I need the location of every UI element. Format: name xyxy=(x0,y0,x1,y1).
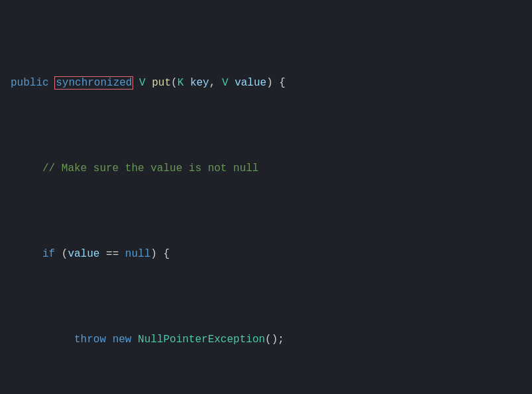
var-value: value xyxy=(68,248,99,260)
line-1: public synchronized V put(K key, V value… xyxy=(11,74,521,92)
op-eq: == xyxy=(99,248,125,260)
keyword-synchronized: synchronized xyxy=(55,77,133,89)
method-put: put xyxy=(152,77,171,89)
comment-1: // Make sure the value is not null xyxy=(42,163,258,174)
brace: ) { xyxy=(150,248,170,260)
type-K: K xyxy=(178,77,184,89)
param-key: key xyxy=(190,77,209,89)
line-4: throw new NullPointerException(); xyxy=(11,331,521,348)
space xyxy=(131,334,138,346)
param-value: value xyxy=(235,77,266,89)
type-npe: NullPointerException xyxy=(138,334,265,346)
type-V2: V xyxy=(222,77,229,89)
line-2: // Make sure the value is not null xyxy=(11,160,521,177)
paren-open: ( xyxy=(171,77,178,89)
keyword-new: new xyxy=(113,334,132,346)
line-3: if (value == null) { xyxy=(11,245,521,263)
paren-close: ) { xyxy=(266,77,286,89)
code-block: public synchronized V put(K key, V value… xyxy=(0,0,532,394)
keyword-throw: throw xyxy=(74,334,106,346)
space xyxy=(106,334,113,346)
space: ( xyxy=(55,248,68,260)
keyword-public: public xyxy=(11,77,49,89)
parens: (); xyxy=(265,334,284,346)
keyword-null: null xyxy=(125,248,150,260)
comma1: , xyxy=(209,77,222,89)
type-V: V xyxy=(139,77,146,89)
keyword-if: if xyxy=(42,248,55,260)
